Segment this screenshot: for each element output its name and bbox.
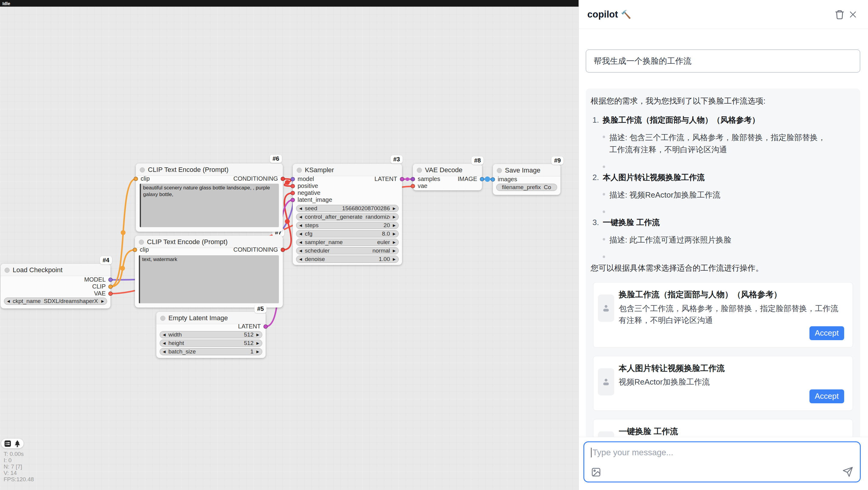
increment-arrow-icon[interactable]: ▶: [390, 223, 398, 228]
widget-value: euler: [343, 239, 390, 246]
attach-image-icon[interactable]: [591, 467, 601, 477]
increment-arrow-icon[interactable]: ▶: [390, 206, 398, 210]
workflow-option-title: 换脸工作流（指定面部与人物）（风格参考）: [603, 114, 760, 126]
output-port-latent[interactable]: [264, 324, 268, 329]
person-placeholder-icon: [601, 303, 611, 313]
card-title: 换脸工作流（指定面部与人物）（风格参考）: [619, 288, 844, 301]
workflow-list-icon[interactable]: [4, 440, 11, 447]
widget-label: scheduler: [305, 248, 330, 254]
node-title: CLIP Text Encode (Prompt): [148, 166, 228, 174]
increment-arrow-icon[interactable]: ▶: [253, 341, 262, 345]
node-vae-decode[interactable]: VAE DecodesamplesvaeIMAGE: [413, 164, 482, 190]
widget-sampler-name[interactable]: ◀sampler_nameeuler▶: [296, 239, 399, 246]
decrement-arrow-icon[interactable]: ◀: [297, 232, 305, 236]
node-titlebar[interactable]: Empty Latent Image: [156, 312, 266, 324]
increment-arrow-icon[interactable]: ▶: [390, 215, 398, 219]
input-port-vae[interactable]: [411, 184, 415, 188]
widget-value: randomize: [363, 213, 390, 220]
output-port-latent[interactable]: [400, 177, 404, 181]
node-load-checkpoint[interactable]: Load CheckpointMODELCLIPVAE◀ckpt_nameSDX…: [1, 264, 111, 309]
widget-height[interactable]: ◀height512▶: [160, 340, 262, 347]
input-port-latent-image[interactable]: [291, 198, 295, 202]
output-port-conditioning[interactable]: [281, 177, 285, 181]
input-port-positive[interactable]: [291, 184, 295, 188]
widget-label: cfg: [305, 231, 312, 237]
node-ksampler[interactable]: KSamplermodelpositivenegativelatent_imag…: [293, 164, 402, 265]
output-port-vae[interactable]: [108, 291, 113, 296]
accept-button[interactable]: Accept: [809, 390, 844, 403]
decrement-arrow-icon[interactable]: ◀: [297, 215, 305, 219]
close-panel-button[interactable]: [846, 8, 860, 21]
node-titlebar[interactable]: CLIP Text Encode (Prompt): [136, 164, 283, 176]
decrement-arrow-icon[interactable]: ◀: [297, 223, 305, 228]
node-clip-text-encode-prompt[interactable]: CLIP Text Encode (Prompt)clipCONDITIONIN…: [135, 236, 283, 308]
decrement-arrow-icon[interactable]: ◀: [297, 249, 305, 253]
increment-arrow-icon[interactable]: ▶: [390, 249, 398, 253]
output-port-clip[interactable]: [108, 285, 113, 289]
increment-arrow-icon[interactable]: ▶: [253, 333, 262, 337]
output-port-model[interactable]: [108, 278, 113, 282]
decrement-arrow-icon[interactable]: ◀: [160, 341, 168, 345]
widget-label: batch_size: [168, 348, 196, 355]
widget-scheduler[interactable]: ◀schedulernormal▶: [296, 247, 399, 254]
widget-label: sampler_name: [305, 239, 343, 246]
decrement-arrow-icon[interactable]: ◀: [297, 240, 305, 244]
output-port-image[interactable]: [480, 177, 484, 181]
decrement-arrow-icon[interactable]: ◀: [297, 257, 305, 261]
card-body: 本人图片转让视频换脸工作流 视频ReActor加换脸工作流 Accept: [619, 361, 844, 403]
workflow-option-title: 本人图片转让视频换脸工作流: [603, 172, 705, 183]
prompt-textarea[interactable]: text, watermark: [139, 255, 279, 303]
increment-arrow-icon[interactable]: ▶: [98, 299, 107, 303]
input-port-negative[interactable]: [291, 191, 295, 195]
prompt-textarea[interactable]: beautiful scenery nature glass bottle la…: [140, 184, 279, 227]
widget-cfg[interactable]: ◀cfg8.0▶: [296, 230, 399, 237]
output-port-label: CLIP: [92, 283, 105, 290]
node-canvas[interactable]: Load CheckpointMODELCLIPVAE◀ckpt_nameSDX…: [0, 0, 579, 490]
node-id-badge: #4: [100, 256, 112, 264]
node-tree-icon[interactable]: [14, 440, 21, 447]
node-titlebar[interactable]: Load Checkpoint: [1, 264, 111, 276]
widget-batch-size[interactable]: ◀batch_size1▶: [160, 348, 262, 355]
comfyui-app: Load CheckpointMODELCLIPVAE◀ckpt_nameSDX…: [0, 0, 868, 490]
input-port-samples[interactable]: [411, 177, 415, 181]
widget-ckpt-name[interactable]: ◀ckpt_nameSDXL/dreamshaperXL_light...▶: [4, 297, 107, 305]
input-port-clip[interactable]: [134, 177, 138, 181]
increment-arrow-icon[interactable]: ▶: [390, 232, 398, 236]
node-clip-text-encode-prompt[interactable]: CLIP Text Encode (Prompt)clipCONDITIONIN…: [136, 164, 283, 232]
increment-arrow-icon[interactable]: ▶: [390, 240, 398, 244]
copilot-panel: copilot 🔨 帮我生成一个换脸的工作流 根据您的需求，我为您找到了以下换脸…: [579, 0, 868, 490]
widget-value: 512: [184, 340, 253, 346]
send-icon[interactable]: [842, 466, 853, 477]
widget-value: 8.0: [312, 231, 390, 237]
node-titlebar[interactable]: KSampler: [293, 164, 402, 176]
node-titlebar[interactable]: VAE Decode: [413, 164, 482, 176]
list-item: 1. 换脸工作流（指定面部与人物）（风格参考）: [591, 114, 855, 126]
message-input[interactable]: Type your message...: [583, 441, 861, 483]
decrement-arrow-icon[interactable]: ◀: [297, 206, 305, 210]
output-port-conditioning[interactable]: [281, 248, 285, 252]
decrement-arrow-icon[interactable]: ◀: [160, 349, 168, 354]
input-port-images[interactable]: [491, 177, 495, 181]
input-port-model[interactable]: [291, 177, 295, 181]
workflow-card: 一键换脸 工作流 此工作流可通过两张照片换脸 Accept: [593, 419, 853, 437]
widget-seed[interactable]: ◀seed156680208700286▶: [296, 205, 399, 212]
widget-steps[interactable]: ◀steps20▶: [296, 222, 399, 229]
node-empty-latent-image[interactable]: Empty Latent ImageLATENT◀width512▶◀heigh…: [156, 312, 266, 358]
clear-chat-button[interactable]: [833, 8, 846, 21]
decrement-arrow-icon[interactable]: ◀: [4, 299, 13, 303]
widget-filename-prefix[interactable]: filename_prefixComfyUI: [496, 184, 557, 191]
increment-arrow-icon[interactable]: ▶: [390, 257, 398, 261]
widget-denoise[interactable]: ◀denoise1.00▶: [296, 256, 399, 263]
node-titlebar[interactable]: Save Image: [493, 164, 560, 176]
decrement-arrow-icon[interactable]: ◀: [160, 333, 168, 337]
increment-arrow-icon[interactable]: ▶: [253, 349, 262, 354]
widget-label: height: [168, 340, 184, 346]
accept-button[interactable]: Accept: [809, 326, 844, 340]
input-port-clip[interactable]: [133, 248, 137, 252]
widget-control-after-generate[interactable]: ◀control_after_generaterandomize▶: [296, 213, 399, 221]
widget-width[interactable]: ◀width512▶: [160, 331, 262, 338]
node-save-image[interactable]: Save Imageimagesfilename_prefixComfyUI: [493, 164, 560, 195]
chat-scroll-area[interactable]: 帮我生成一个换脸的工作流 根据您的需求，我为您找到了以下换脸工作流选项: 1. …: [579, 29, 868, 437]
list-bullet-empty: [591, 251, 855, 254]
card-description: 包含三个工作流，风格参考，脸部替换，指定脸部替换，工作流有注释，不明白评论区沟通: [619, 303, 844, 326]
